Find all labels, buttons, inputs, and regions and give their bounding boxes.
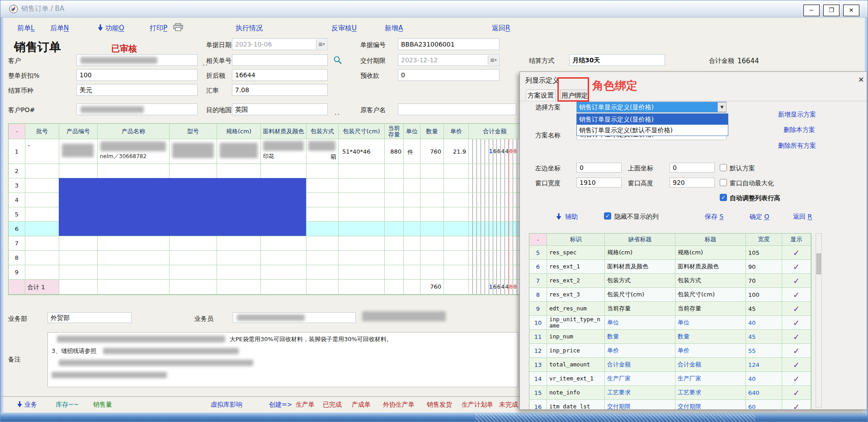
oldname-field[interactable]: [398, 103, 516, 115]
dialog-table-cell[interactable]: 6: [529, 260, 547, 274]
grid-cell[interactable]: [261, 265, 307, 280]
grid-header-6[interactable]: 面料材质及颜色: [261, 124, 307, 139]
dialog-table-cell[interactable]: 40: [746, 316, 782, 330]
grid-cell[interactable]: [385, 222, 404, 236]
grid-cell[interactable]: [339, 193, 385, 207]
date-field[interactable]: 2023-10-06 ▦▾: [232, 38, 328, 50]
dialog-table-cell[interactable]: 60: [746, 400, 782, 410]
toolbar-functions[interactable]: 功能O: [98, 24, 124, 33]
dialog-table-cell[interactable]: 交付期限: [675, 400, 746, 410]
grid-cell[interactable]: 880: [385, 139, 404, 164]
customer-field[interactable]: [76, 54, 198, 66]
dialog-table-cell[interactable]: total_amount: [547, 358, 605, 372]
grid-cell[interactable]: 4: [9, 193, 25, 207]
grid-cell[interactable]: 6: [9, 222, 25, 236]
bottombar-sales-delivery[interactable]: 销售发货: [427, 401, 452, 409]
grid-header-9[interactable]: 当前存量: [385, 124, 404, 139]
dialog-table-cell[interactable]: ✓: [782, 288, 811, 302]
dialog-table-row-8[interactable]: 8res_ext_3包装尺寸(cm)包装尺寸(cm)100✓: [529, 288, 811, 302]
grid-cell[interactable]: [98, 265, 170, 280]
dialog-table-cell[interactable]: 100: [746, 288, 782, 302]
add-scheme-link[interactable]: 新增显示方案: [778, 111, 816, 119]
combo-dropdown-icon[interactable]: ▼: [717, 102, 726, 112]
auto-row-height-checkbox[interactable]: ✓: [720, 194, 727, 201]
dialog-table-cell[interactable]: 105: [746, 246, 782, 260]
grid-cell[interactable]: [170, 265, 217, 280]
salesman-field[interactable]: [233, 312, 356, 323]
grid-cell[interactable]: [385, 251, 404, 265]
grid-cell[interactable]: [339, 236, 385, 251]
dialog-table-cell[interactable]: 8: [529, 288, 547, 302]
grid-header-10[interactable]: 单位: [404, 124, 420, 139]
close-button[interactable]: ✕: [843, 5, 859, 16]
minimize-button[interactable]: ─: [803, 5, 820, 16]
advance-field[interactable]: 0: [398, 69, 500, 81]
grid-cell[interactable]: [385, 178, 404, 193]
grid-cell[interactable]: [307, 236, 339, 251]
grid-cell[interactable]: [404, 178, 420, 193]
grid-cell[interactable]: [170, 164, 217, 178]
dialog-close-icon[interactable]: ✕: [858, 75, 864, 84]
dialog-table-cell[interactable]: 单价: [675, 344, 746, 358]
bottombar-business[interactable]: 业务: [17, 401, 37, 409]
top-coord-field[interactable]: 0: [670, 163, 715, 173]
dialog-table-cell[interactable]: 生产厂家: [675, 372, 746, 386]
window-width-field[interactable]: 1910: [576, 178, 622, 188]
grid-cell[interactable]: [444, 236, 469, 251]
grid-header-4[interactable]: 型号: [170, 124, 217, 139]
dialog-table-cell[interactable]: 15: [529, 386, 547, 400]
grid-header-8[interactable]: 包装尺寸(cm): [339, 124, 385, 139]
grid-cell[interactable]: [420, 251, 444, 265]
dialog-table-header-5[interactable]: 显示: [782, 234, 811, 246]
bottombar-production-order[interactable]: 生产单: [296, 401, 315, 409]
grid-cell[interactable]: [25, 236, 59, 251]
dialog-table-cell[interactable]: 11: [529, 330, 547, 344]
grid-cell[interactable]: [444, 222, 469, 236]
dialog-table-cell[interactable]: 10: [529, 316, 547, 330]
dialog-table-cell[interactable]: 包装尺寸(cm): [605, 288, 675, 302]
grid-cell[interactable]: [420, 265, 444, 280]
dialog-table-cell[interactable]: 单位: [605, 316, 675, 330]
dialog-table-cell[interactable]: 工艺要求: [675, 386, 746, 400]
dialog-table-cell[interactable]: res_ext_2: [547, 274, 605, 288]
maximize-button[interactable]: ❐: [823, 5, 840, 16]
grid-cell[interactable]: nelm／30668782: [98, 139, 170, 164]
dialog-table-cell[interactable]: 当前存量: [605, 302, 675, 316]
scheme-option-1[interactable]: 销售订单显示定义(默认不显价格): [577, 125, 728, 136]
dialog-table-cell[interactable]: 包装方式: [605, 274, 675, 288]
grid-cell[interactable]: [420, 193, 444, 207]
rate-field[interactable]: 7.08: [232, 84, 328, 96]
grid-header-12[interactable]: 单价: [444, 124, 469, 139]
grid-cell[interactable]: [59, 251, 98, 265]
bottombar-finished-product-order[interactable]: 产成单: [352, 401, 371, 409]
grid-cell[interactable]: -: [25, 139, 59, 164]
toolbar-execution-status[interactable]: 执行情况: [236, 24, 263, 33]
dialog-table-cell[interactable]: inp_num: [547, 330, 605, 344]
grid-cell[interactable]: [444, 251, 469, 265]
grid-header-1[interactable]: 批号: [25, 124, 59, 139]
dialog-table-cell[interactable]: ✓: [782, 274, 811, 288]
hide-columns-checkbox[interactable]: ✓: [604, 212, 611, 220]
grid-cell[interactable]: [469, 193, 521, 207]
dialog-table-row-14[interactable]: 14vr_item_ext_1生产厂家生产厂家40✓: [529, 372, 811, 386]
grid-cell[interactable]: [25, 251, 59, 265]
grid-cell[interactable]: [217, 251, 261, 265]
grid-cell[interactable]: [444, 178, 469, 193]
grid-cell[interactable]: 1: [9, 139, 25, 164]
dialog-table-cell[interactable]: 工艺要求: [605, 386, 675, 400]
dialog-table-cell[interactable]: 70: [746, 274, 782, 288]
auto-maximize-checkbox[interactable]: [720, 179, 727, 186]
grid-header-3[interactable]: 产品名称: [98, 124, 170, 139]
scheme-select[interactable]: 销售订单显示定义(显价格): [576, 102, 726, 113]
dialog-table-cell[interactable]: ✓: [782, 358, 811, 372]
dialog-table-cell[interactable]: inp_unit_type_name: [547, 316, 605, 330]
remark-box[interactable]: 大PE袋需用30%可回收材料，装脚袋子需用30%可回收材料。 3、缝纫线请参照: [47, 332, 518, 387]
dialog-table-cell[interactable]: 45: [746, 330, 782, 344]
dialog-table-cell[interactable]: 规格(cm): [675, 246, 746, 260]
grid-cell[interactable]: [420, 236, 444, 251]
dialog-table-row-5[interactable]: 5res_spec规格(cm)规格(cm)105✓: [529, 246, 811, 260]
grid-header-2[interactable]: 产品编号: [59, 124, 98, 139]
dialog-table-cell[interactable]: note_info: [547, 386, 605, 400]
grid-header-0[interactable]: -: [9, 124, 25, 139]
grid-cell[interactable]: 9: [9, 265, 25, 280]
